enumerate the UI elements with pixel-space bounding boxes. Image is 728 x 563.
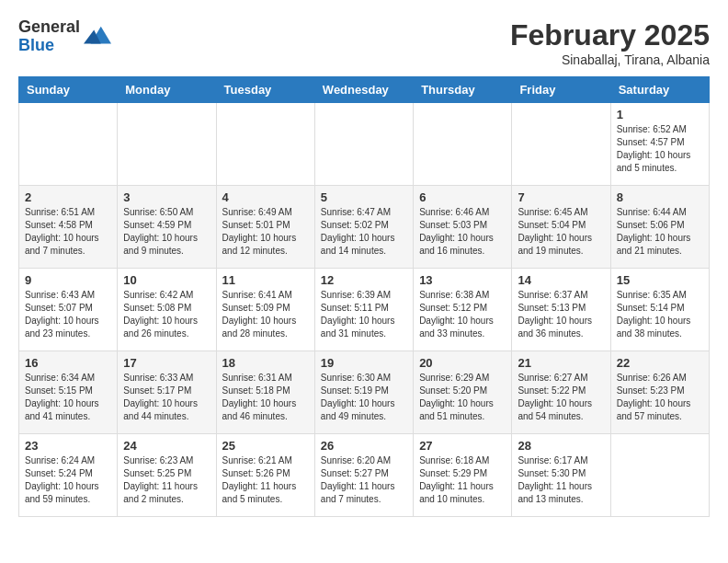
calendar-cell: 26Sunrise: 6:20 AM Sunset: 5:27 PM Dayli… xyxy=(314,434,413,517)
day-info: Sunrise: 6:45 AM Sunset: 5:04 PM Dayligh… xyxy=(518,206,604,258)
day-number: 16 xyxy=(25,356,111,370)
day-info: Sunrise: 6:34 AM Sunset: 5:15 PM Dayligh… xyxy=(25,372,111,423)
day-info: Sunrise: 6:37 AM Sunset: 5:13 PM Dayligh… xyxy=(518,289,604,340)
calendar-cell: 7Sunrise: 6:45 AM Sunset: 5:04 PM Daylig… xyxy=(512,186,610,269)
day-number: 9 xyxy=(25,273,111,287)
day-number: 10 xyxy=(123,273,210,287)
day-number: 14 xyxy=(518,273,604,287)
day-info: Sunrise: 6:17 AM Sunset: 5:30 PM Dayligh… xyxy=(518,454,604,506)
day-number: 23 xyxy=(25,439,111,453)
day-info: Sunrise: 6:39 AM Sunset: 5:11 PM Dayligh… xyxy=(321,289,407,340)
calendar-cell: 6Sunrise: 6:46 AM Sunset: 5:03 PM Daylig… xyxy=(414,186,512,269)
page-header: General Blue February 2025 Sinaballaj, T… xyxy=(18,18,710,67)
day-number: 15 xyxy=(617,273,703,287)
calendar-cell xyxy=(610,434,709,517)
calendar-week-0: 1Sunrise: 6:52 AM Sunset: 4:57 PM Daylig… xyxy=(19,103,710,186)
calendar-week-1: 2Sunrise: 6:51 AM Sunset: 4:58 PM Daylig… xyxy=(19,186,710,269)
day-number: 18 xyxy=(222,356,309,370)
day-number: 1 xyxy=(617,108,703,121)
calendar-week-4: 23Sunrise: 6:24 AM Sunset: 5:24 PM Dayli… xyxy=(19,434,710,517)
day-info: Sunrise: 6:30 AM Sunset: 5:19 PM Dayligh… xyxy=(321,372,407,423)
calendar-cell: 8Sunrise: 6:44 AM Sunset: 5:06 PM Daylig… xyxy=(610,186,709,269)
col-tuesday: Tuesday xyxy=(216,77,314,103)
calendar-cell: 18Sunrise: 6:31 AM Sunset: 5:18 PM Dayli… xyxy=(216,351,314,434)
day-info: Sunrise: 6:52 AM Sunset: 4:57 PM Dayligh… xyxy=(617,123,703,175)
day-info: Sunrise: 6:31 AM Sunset: 5:18 PM Dayligh… xyxy=(222,372,309,423)
calendar-cell: 20Sunrise: 6:29 AM Sunset: 5:20 PM Dayli… xyxy=(414,351,512,434)
calendar-cell: 28Sunrise: 6:17 AM Sunset: 5:30 PM Dayli… xyxy=(512,434,610,517)
calendar-cell xyxy=(216,103,314,186)
col-thursday: Thursday xyxy=(414,77,512,103)
day-number: 12 xyxy=(321,273,407,287)
day-number: 8 xyxy=(617,190,703,204)
day-number: 17 xyxy=(123,356,210,370)
calendar-cell: 22Sunrise: 6:26 AM Sunset: 5:23 PM Dayli… xyxy=(610,351,709,434)
day-info: Sunrise: 6:27 AM Sunset: 5:22 PM Dayligh… xyxy=(518,372,604,423)
day-number: 25 xyxy=(222,439,309,453)
day-info: Sunrise: 6:43 AM Sunset: 5:07 PM Dayligh… xyxy=(25,289,111,340)
title-block: February 2025 Sinaballaj, Tirana, Albani… xyxy=(510,18,710,67)
day-number: 22 xyxy=(617,356,703,370)
logo-icon xyxy=(84,23,111,51)
day-info: Sunrise: 6:24 AM Sunset: 5:24 PM Dayligh… xyxy=(25,454,111,506)
logo-blue: Blue xyxy=(18,37,80,55)
calendar-cell xyxy=(512,103,610,186)
calendar-header-row: Sunday Monday Tuesday Wednesday Thursday… xyxy=(19,77,710,103)
calendar-cell: 10Sunrise: 6:42 AM Sunset: 5:08 PM Dayli… xyxy=(118,269,216,351)
day-number: 5 xyxy=(321,190,407,204)
calendar-cell xyxy=(414,103,512,186)
calendar-cell: 24Sunrise: 6:23 AM Sunset: 5:25 PM Dayli… xyxy=(118,434,216,517)
calendar-cell: 4Sunrise: 6:49 AM Sunset: 5:01 PM Daylig… xyxy=(216,186,314,269)
day-info: Sunrise: 6:49 AM Sunset: 5:01 PM Dayligh… xyxy=(222,206,309,258)
calendar-cell: 19Sunrise: 6:30 AM Sunset: 5:19 PM Dayli… xyxy=(314,351,413,434)
calendar-cell: 2Sunrise: 6:51 AM Sunset: 4:58 PM Daylig… xyxy=(19,186,118,269)
day-info: Sunrise: 6:29 AM Sunset: 5:20 PM Dayligh… xyxy=(419,372,506,423)
day-number: 6 xyxy=(419,190,506,204)
day-number: 24 xyxy=(123,439,210,453)
calendar-cell: 13Sunrise: 6:38 AM Sunset: 5:12 PM Dayli… xyxy=(414,269,512,351)
logo-general: General xyxy=(18,18,80,37)
day-info: Sunrise: 6:18 AM Sunset: 5:29 PM Dayligh… xyxy=(419,454,506,506)
day-number: 21 xyxy=(518,356,604,370)
day-number: 20 xyxy=(419,356,506,370)
calendar: Sunday Monday Tuesday Wednesday Thursday… xyxy=(18,76,710,517)
day-info: Sunrise: 6:42 AM Sunset: 5:08 PM Dayligh… xyxy=(123,289,210,340)
day-info: Sunrise: 6:23 AM Sunset: 5:25 PM Dayligh… xyxy=(123,454,210,506)
day-info: Sunrise: 6:50 AM Sunset: 4:59 PM Dayligh… xyxy=(123,206,210,258)
calendar-cell: 5Sunrise: 6:47 AM Sunset: 5:02 PM Daylig… xyxy=(314,186,413,269)
day-info: Sunrise: 6:33 AM Sunset: 5:17 PM Dayligh… xyxy=(123,372,210,423)
day-number: 7 xyxy=(518,190,604,204)
calendar-cell: 1Sunrise: 6:52 AM Sunset: 4:57 PM Daylig… xyxy=(610,103,709,186)
day-number: 4 xyxy=(222,190,309,204)
calendar-cell: 23Sunrise: 6:24 AM Sunset: 5:24 PM Dayli… xyxy=(19,434,118,517)
day-info: Sunrise: 6:38 AM Sunset: 5:12 PM Dayligh… xyxy=(419,289,506,340)
calendar-cell: 21Sunrise: 6:27 AM Sunset: 5:22 PM Dayli… xyxy=(512,351,610,434)
day-number: 27 xyxy=(419,439,506,453)
calendar-cell: 25Sunrise: 6:21 AM Sunset: 5:26 PM Dayli… xyxy=(216,434,314,517)
col-wednesday: Wednesday xyxy=(314,77,413,103)
calendar-week-2: 9Sunrise: 6:43 AM Sunset: 5:07 PM Daylig… xyxy=(19,269,710,351)
calendar-cell: 14Sunrise: 6:37 AM Sunset: 5:13 PM Dayli… xyxy=(512,269,610,351)
calendar-cell xyxy=(19,103,118,186)
day-info: Sunrise: 6:21 AM Sunset: 5:26 PM Dayligh… xyxy=(222,454,309,506)
calendar-cell: 12Sunrise: 6:39 AM Sunset: 5:11 PM Dayli… xyxy=(314,269,413,351)
logo: General Blue xyxy=(18,18,111,55)
calendar-cell xyxy=(118,103,216,186)
day-number: 11 xyxy=(222,273,309,287)
calendar-cell: 11Sunrise: 6:41 AM Sunset: 5:09 PM Dayli… xyxy=(216,269,314,351)
calendar-cell: 16Sunrise: 6:34 AM Sunset: 5:15 PM Dayli… xyxy=(19,351,118,434)
col-sunday: Sunday xyxy=(19,77,118,103)
day-info: Sunrise: 6:41 AM Sunset: 5:09 PM Dayligh… xyxy=(222,289,309,340)
location: Sinaballaj, Tirana, Albania xyxy=(510,52,710,67)
day-info: Sunrise: 6:44 AM Sunset: 5:06 PM Dayligh… xyxy=(617,206,703,258)
day-number: 13 xyxy=(419,273,506,287)
day-info: Sunrise: 6:46 AM Sunset: 5:03 PM Dayligh… xyxy=(419,206,506,258)
day-number: 19 xyxy=(321,356,407,370)
calendar-cell: 3Sunrise: 6:50 AM Sunset: 4:59 PM Daylig… xyxy=(118,186,216,269)
day-info: Sunrise: 6:35 AM Sunset: 5:14 PM Dayligh… xyxy=(617,289,703,340)
logo-text: General Blue xyxy=(18,18,80,55)
calendar-cell: 9Sunrise: 6:43 AM Sunset: 5:07 PM Daylig… xyxy=(19,269,118,351)
day-number: 2 xyxy=(25,190,111,204)
day-number: 26 xyxy=(321,439,407,453)
calendar-cell: 15Sunrise: 6:35 AM Sunset: 5:14 PM Dayli… xyxy=(610,269,709,351)
